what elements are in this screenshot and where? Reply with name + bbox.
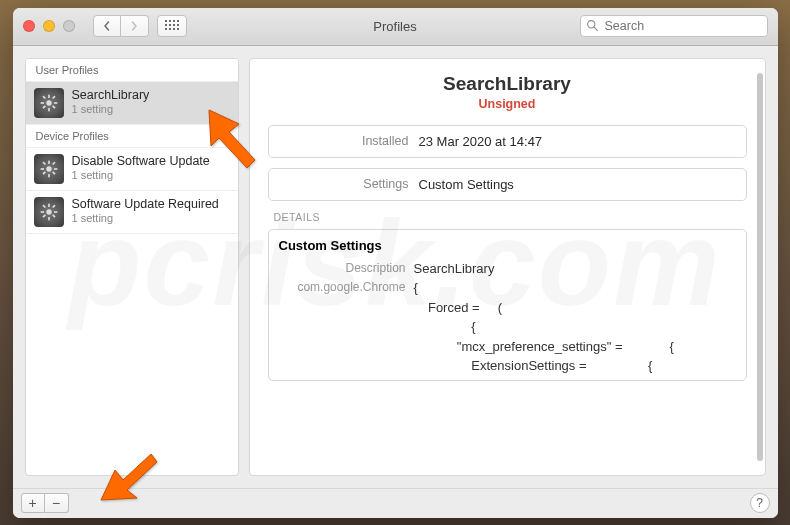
svg-rect-19 xyxy=(42,171,46,175)
sidebar-item-software-update-required[interactable]: Software Update Required 1 setting xyxy=(26,191,238,234)
sidebar-item-label: SearchLibrary xyxy=(72,88,150,103)
search-wrap xyxy=(580,15,768,37)
traffic-lights xyxy=(23,20,75,32)
svg-rect-5 xyxy=(40,102,43,104)
svg-rect-15 xyxy=(54,168,57,170)
svg-rect-6 xyxy=(54,102,57,104)
sidebar-item-disable-software-update[interactable]: Disable Software Update 1 setting xyxy=(26,148,238,191)
svg-rect-8 xyxy=(52,105,56,109)
titlebar: Profiles xyxy=(13,8,778,46)
svg-rect-22 xyxy=(48,217,50,220)
domain-label: com.google.Chrome xyxy=(279,278,414,376)
section-header-user: User Profiles xyxy=(26,59,238,82)
profile-title: SearchLibrary xyxy=(268,73,747,95)
svg-rect-13 xyxy=(48,174,50,177)
sidebar-item-text: Disable Software Update 1 setting xyxy=(72,154,210,182)
sidebar-item-sub: 1 setting xyxy=(72,212,219,225)
svg-point-11 xyxy=(46,166,51,171)
svg-rect-3 xyxy=(48,94,50,97)
show-all-button[interactable] xyxy=(157,15,187,37)
svg-rect-28 xyxy=(42,214,46,218)
add-remove-buttons: + − xyxy=(21,493,69,513)
installed-value: 23 Mar 2020 at 14:47 xyxy=(419,134,543,149)
gear-icon xyxy=(34,88,64,118)
installed-box: Installed 23 Mar 2020 at 14:47 xyxy=(268,125,747,158)
sidebar-item-label: Software Update Required xyxy=(72,197,219,212)
grid-icon xyxy=(165,20,179,32)
svg-rect-10 xyxy=(42,105,46,109)
domain-value: { Forced = ( { "mcx_preference_settings"… xyxy=(414,278,736,376)
details-box-title: Custom Settings xyxy=(279,238,736,253)
svg-rect-16 xyxy=(42,161,46,165)
svg-rect-14 xyxy=(40,168,43,170)
chevron-left-icon xyxy=(102,21,112,31)
details-header: DETAILS xyxy=(274,211,747,223)
svg-rect-7 xyxy=(42,95,46,99)
close-window-button[interactable] xyxy=(23,20,35,32)
sidebar-item-sub: 1 setting xyxy=(72,103,150,116)
svg-rect-18 xyxy=(52,161,56,165)
profiles-sidebar: User Profiles SearchLibrary 1 setting De… xyxy=(25,58,239,476)
svg-rect-17 xyxy=(52,171,56,175)
sidebar-item-text: SearchLibrary 1 setting xyxy=(72,88,150,116)
maximize-window-button[interactable] xyxy=(63,20,75,32)
sidebar-item-sub: 1 setting xyxy=(72,169,210,182)
forward-button[interactable] xyxy=(121,15,149,37)
sidebar-item-label: Disable Software Update xyxy=(72,154,210,169)
sidebar-item-text: Software Update Required 1 setting xyxy=(72,197,219,225)
chevron-right-icon xyxy=(129,21,139,31)
settings-value: Custom Settings xyxy=(419,177,514,192)
installed-label: Installed xyxy=(279,134,419,148)
gear-icon xyxy=(34,154,64,184)
description-label: Description xyxy=(279,259,414,279)
svg-rect-23 xyxy=(40,211,43,213)
footer: + − ? xyxy=(13,488,778,518)
svg-rect-12 xyxy=(48,160,50,163)
minimize-window-button[interactable] xyxy=(43,20,55,32)
svg-rect-27 xyxy=(52,204,56,208)
svg-point-20 xyxy=(46,209,51,214)
sidebar-item-searchlibrary[interactable]: SearchLibrary 1 setting xyxy=(26,82,238,125)
details-box: Custom Settings Description SearchLibrar… xyxy=(268,229,747,381)
nav-buttons xyxy=(93,15,149,37)
svg-rect-25 xyxy=(42,204,46,208)
back-button[interactable] xyxy=(93,15,121,37)
window-body: User Profiles SearchLibrary 1 setting De… xyxy=(13,46,778,488)
svg-rect-26 xyxy=(52,214,56,218)
svg-rect-21 xyxy=(48,203,50,206)
svg-rect-4 xyxy=(48,108,50,111)
search-input[interactable] xyxy=(580,15,768,37)
svg-rect-9 xyxy=(52,95,56,99)
preferences-window: Profiles User Profiles SearchLibrary 1 s… xyxy=(13,8,778,518)
settings-box: Settings Custom Settings xyxy=(268,168,747,201)
profile-status: Unsigned xyxy=(268,97,747,111)
search-icon xyxy=(586,19,599,32)
description-value: SearchLibrary xyxy=(414,259,736,279)
help-button[interactable]: ? xyxy=(750,493,770,513)
add-profile-button[interactable]: + xyxy=(21,493,45,513)
section-header-device: Device Profiles xyxy=(26,125,238,148)
svg-point-2 xyxy=(46,100,51,105)
settings-label: Settings xyxy=(279,177,419,191)
remove-profile-button[interactable]: − xyxy=(45,493,69,513)
gear-icon xyxy=(34,197,64,227)
profile-detail-panel: SearchLibrary Unsigned Installed 23 Mar … xyxy=(249,58,766,476)
svg-rect-24 xyxy=(54,211,57,213)
svg-line-1 xyxy=(594,27,597,30)
scrollbar[interactable] xyxy=(757,73,763,461)
